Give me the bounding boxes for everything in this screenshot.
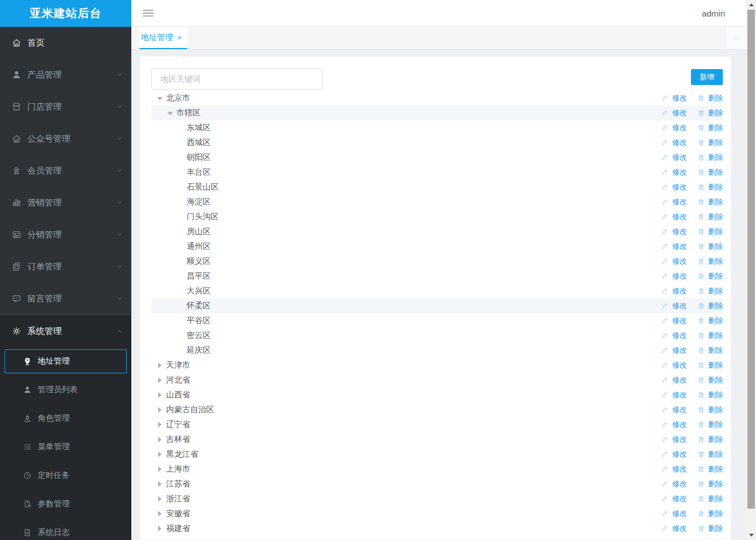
delete-link[interactable]: 删除 bbox=[697, 301, 723, 311]
sidebar-item-member[interactable]: 会员管理 bbox=[0, 155, 131, 187]
sidebar-item-wechat[interactable]: 公众号管理 bbox=[0, 123, 131, 155]
search-input[interactable] bbox=[151, 68, 323, 90]
delete-link[interactable]: 删除 bbox=[697, 152, 723, 163]
delete-link[interactable]: 删除 bbox=[697, 509, 723, 519]
caret-right-icon[interactable] bbox=[157, 525, 163, 532]
edit-link[interactable]: 修改 bbox=[661, 390, 687, 400]
tree-row[interactable]: 房山区修改删除 bbox=[151, 224, 723, 239]
tree-row[interactable]: 天津市修改删除 bbox=[151, 358, 723, 373]
caret-right-icon[interactable] bbox=[157, 481, 163, 487]
edit-link[interactable]: 修改 bbox=[661, 227, 687, 237]
edit-link[interactable]: 修改 bbox=[661, 256, 687, 267]
tree-row[interactable]: 内蒙古自治区修改删除 bbox=[151, 402, 723, 417]
tree-row[interactable]: 西城区修改删除 bbox=[151, 135, 723, 150]
tab-address-management[interactable]: 地址管理 × bbox=[139, 27, 187, 49]
caret-right-icon[interactable] bbox=[157, 495, 163, 502]
delete-link[interactable]: 删除 bbox=[697, 271, 723, 281]
delete-link[interactable]: 删除 bbox=[697, 405, 723, 415]
tree-row[interactable]: 安徽省修改删除 bbox=[151, 506, 723, 521]
delete-link[interactable]: 删除 bbox=[697, 331, 723, 341]
sidebar-item-system[interactable]: 系统管理 bbox=[0, 315, 131, 347]
edit-link[interactable]: 修改 bbox=[661, 331, 687, 341]
delete-link[interactable]: 删除 bbox=[697, 108, 723, 118]
sidebar-item-distribution[interactable]: 分销管理 bbox=[0, 219, 131, 251]
delete-link[interactable]: 删除 bbox=[697, 316, 723, 326]
edit-link[interactable]: 修改 bbox=[661, 360, 687, 370]
edit-link[interactable]: 修改 bbox=[661, 93, 687, 103]
tree-row[interactable]: 密云区修改删除 bbox=[151, 328, 723, 343]
sidebar-item-home[interactable]: 首页 bbox=[0, 27, 131, 59]
edit-link[interactable]: 修改 bbox=[661, 301, 687, 311]
delete-link[interactable]: 删除 bbox=[697, 479, 723, 489]
sidebar-item-marketing[interactable]: 营销管理 bbox=[0, 187, 131, 219]
caret-right-icon[interactable] bbox=[157, 421, 163, 428]
delete-link[interactable]: 删除 bbox=[697, 256, 723, 267]
tree-row[interactable]: 顺义区修改删除 bbox=[151, 254, 723, 269]
edit-link[interactable]: 修改 bbox=[661, 479, 687, 489]
caret-right-icon[interactable] bbox=[157, 406, 163, 413]
scrollbar-thumb[interactable] bbox=[747, 10, 755, 509]
edit-link[interactable]: 修改 bbox=[661, 345, 687, 356]
sidebar-item-store[interactable]: 门店管理 bbox=[0, 91, 131, 123]
sidebar-item-message[interactable]: 留言管理 bbox=[0, 283, 131, 315]
delete-link[interactable]: 删除 bbox=[697, 212, 723, 222]
delete-link[interactable]: 删除 bbox=[697, 420, 723, 430]
edit-link[interactable]: 修改 bbox=[661, 464, 687, 474]
delete-link[interactable]: 删除 bbox=[697, 464, 723, 474]
tree-row[interactable]: 上海市修改删除 bbox=[151, 462, 723, 477]
sidebar-subitem-role[interactable]: 角色管理 bbox=[0, 404, 131, 433]
delete-link[interactable]: 删除 bbox=[697, 241, 723, 252]
edit-link[interactable]: 修改 bbox=[661, 286, 687, 296]
delete-link[interactable]: 删除 bbox=[697, 227, 723, 237]
add-button[interactable]: 新增 bbox=[691, 69, 723, 85]
edit-link[interactable]: 修改 bbox=[661, 182, 687, 192]
tree-row[interactable]: 吉林省修改删除 bbox=[151, 432, 723, 447]
edit-link[interactable]: 修改 bbox=[661, 523, 687, 534]
caret-down-icon[interactable] bbox=[157, 95, 163, 102]
tree-row[interactable]: 大兴区修改删除 bbox=[151, 284, 723, 299]
delete-link[interactable]: 删除 bbox=[697, 138, 723, 148]
user-name[interactable]: admin bbox=[702, 9, 725, 18]
tree-row[interactable]: 平谷区修改删除 bbox=[151, 313, 723, 328]
delete-link[interactable]: 删除 bbox=[697, 449, 723, 460]
edit-link[interactable]: 修改 bbox=[661, 494, 687, 504]
delete-link[interactable]: 删除 bbox=[697, 360, 723, 370]
delete-link[interactable]: 删除 bbox=[697, 494, 723, 504]
delete-link[interactable]: 删除 bbox=[697, 523, 723, 534]
edit-link[interactable]: 修改 bbox=[661, 316, 687, 326]
caret-right-icon[interactable] bbox=[157, 451, 163, 458]
sidebar-subitem-address[interactable]: 地址管理 bbox=[5, 349, 127, 373]
sidebar-subitem-cron[interactable]: 定时任务 bbox=[0, 461, 131, 490]
edit-link[interactable]: 修改 bbox=[661, 108, 687, 118]
delete-link[interactable]: 删除 bbox=[697, 93, 723, 103]
edit-link[interactable]: 修改 bbox=[661, 271, 687, 281]
delete-link[interactable]: 删除 bbox=[697, 390, 723, 400]
tree-row[interactable]: 山西省修改删除 bbox=[151, 388, 723, 402]
tree-row[interactable]: 朝阳区修改删除 bbox=[151, 150, 723, 165]
tree-row[interactable]: 延庆区修改删除 bbox=[151, 343, 723, 358]
delete-link[interactable]: 删除 bbox=[697, 345, 723, 356]
tree-row[interactable]: 黑龙江省修改删除 bbox=[151, 447, 723, 462]
tree-row[interactable]: 市辖区修改删除 bbox=[151, 106, 723, 120]
scroll-down-button[interactable] bbox=[746, 530, 756, 540]
tree-row[interactable]: 通州区修改删除 bbox=[151, 239, 723, 254]
tree-row[interactable]: 福建省修改删除 bbox=[151, 521, 723, 536]
caret-right-icon[interactable] bbox=[157, 362, 163, 369]
caret-down-icon[interactable] bbox=[167, 110, 173, 116]
edit-link[interactable]: 修改 bbox=[661, 375, 687, 385]
sidebar-subitem-admin-list[interactable]: 管理员列表 bbox=[0, 376, 131, 404]
tree-row[interactable]: 江苏省修改删除 bbox=[151, 477, 723, 491]
tree-row[interactable]: 丰台区修改删除 bbox=[151, 165, 723, 180]
edit-link[interactable]: 修改 bbox=[661, 509, 687, 519]
tree-row[interactable]: 门头沟区修改删除 bbox=[151, 209, 723, 224]
sidebar-item-order[interactable]: 订单管理 bbox=[0, 251, 131, 283]
edit-link[interactable]: 修改 bbox=[661, 434, 687, 445]
sidebar-subitem-logs[interactable]: 系统日志 bbox=[0, 518, 131, 540]
delete-link[interactable]: 删除 bbox=[697, 286, 723, 296]
caret-right-icon[interactable] bbox=[157, 436, 163, 443]
tree-row[interactable]: 浙江省修改删除 bbox=[151, 491, 723, 506]
caret-right-icon[interactable] bbox=[157, 466, 163, 473]
edit-link[interactable]: 修改 bbox=[661, 212, 687, 222]
sidebar-item-product[interactable]: 产品管理 bbox=[0, 59, 131, 91]
edit-link[interactable]: 修改 bbox=[661, 138, 687, 148]
